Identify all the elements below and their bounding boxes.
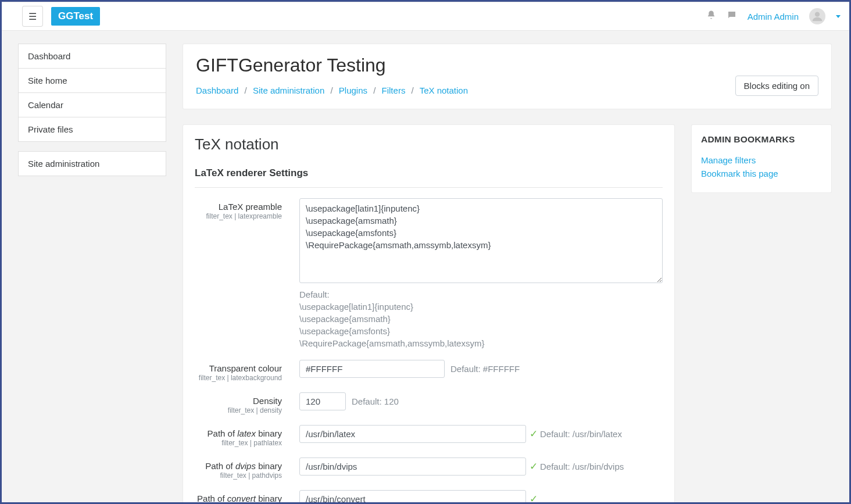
row-transparent-colour: Transparent colour filter_tex | latexbac…: [195, 360, 663, 382]
check-icon: ✓: [530, 493, 538, 502]
input-path-latex[interactable]: [299, 425, 526, 443]
breadcrumb-site-admin[interactable]: Site administration: [253, 85, 324, 95]
chat-icon[interactable]: [727, 10, 737, 23]
hamburger-icon: ☰: [28, 11, 37, 22]
breadcrumb-dashboard[interactable]: Dashboard: [196, 85, 238, 95]
link-manage-filters[interactable]: Manage filters: [701, 155, 822, 165]
input-path-convert[interactable]: [299, 490, 526, 502]
input-transparent-colour[interactable]: [299, 360, 445, 378]
label-path-latex: Path of latex binary: [195, 428, 282, 438]
sidebar-item-site-home[interactable]: Site home: [19, 69, 166, 93]
sidebar-group-main: Dashboard Site home Calendar Private fil…: [18, 44, 166, 142]
page-title: GIFTGenerator Testing: [196, 55, 468, 76]
bell-icon[interactable]: [706, 10, 716, 23]
row-density: Density filter_tex | density Default: 12…: [195, 392, 663, 414]
label-density: Density: [195, 396, 282, 406]
breadcrumb-filters[interactable]: Filters: [382, 85, 406, 95]
row-path-convert: Path of convert binary filter_tex | path…: [195, 490, 663, 502]
nav-toggle-button[interactable]: ☰: [22, 6, 43, 27]
row-path-dvips: Path of dvips binary filter_tex | pathdv…: [195, 457, 663, 480]
avatar[interactable]: [809, 8, 825, 24]
sidebar-group-admin: Site administration: [18, 151, 166, 176]
admin-bookmarks-card: ADMIN BOOKMARKS Manage filters Bookmark …: [691, 124, 832, 193]
sidebar: Dashboard Site home Calendar Private fil…: [18, 32, 166, 197]
blocks-editing-button[interactable]: Blocks editing on: [735, 76, 818, 96]
check-icon: ✓: [530, 428, 538, 440]
user-menu-name[interactable]: Admin Admin: [748, 12, 799, 22]
input-density[interactable]: [299, 392, 346, 410]
label-transparent-colour: Transparent colour: [195, 363, 282, 373]
topbar: ☰ GGTest Admin Admin: [2, 2, 849, 31]
breadcrumb-tex[interactable]: TeX notation: [420, 85, 468, 95]
sidebar-item-private-files[interactable]: Private files: [19, 117, 166, 141]
settings-card: TeX notation LaTeX renderer Settings LaT…: [183, 124, 675, 502]
key-path-dvips: filter_tex | pathdvips: [195, 471, 282, 480]
check-icon: ✓: [530, 460, 538, 473]
default-transparent-colour: Default: #FFFFFF: [450, 364, 520, 374]
default-density: Default: 120: [352, 396, 399, 406]
label-latex-preamble: LaTeX preamble: [195, 202, 282, 212]
key-transparent-colour: filter_tex | latexbackground: [195, 374, 282, 382]
settings-section-title: LaTeX renderer Settings: [195, 167, 663, 181]
brand-logo[interactable]: GGTest: [51, 7, 100, 26]
label-path-convert: Path of convert binary: [195, 494, 282, 502]
sidebar-item-dashboard[interactable]: Dashboard: [19, 44, 166, 69]
admin-bookmarks-title: ADMIN BOOKMARKS: [701, 134, 822, 145]
row-path-latex: Path of latex binary filter_tex | pathla…: [195, 425, 663, 447]
breadcrumb: Dashboard / Site administration / Plugin…: [196, 85, 468, 95]
page-header: GIFTGenerator Testing Dashboard / Site a…: [183, 44, 832, 109]
input-path-dvips[interactable]: [299, 457, 526, 476]
link-bookmark-page[interactable]: Bookmark this page: [701, 169, 822, 178]
input-latex-preamble[interactable]: [299, 198, 663, 283]
key-path-latex: filter_tex | pathlatex: [195, 439, 282, 447]
label-path-dvips: Path of dvips binary: [195, 461, 282, 471]
default-path-dvips: Default: /usr/bin/dvips: [540, 462, 624, 471]
default-latex-preamble: Default: \usepackage[latin1]{inputenc} \…: [299, 288, 663, 349]
chevron-down-icon[interactable]: [836, 15, 841, 18]
key-latex-preamble: filter_tex | latexpreamble: [195, 212, 282, 220]
breadcrumb-plugins[interactable]: Plugins: [339, 85, 367, 95]
sidebar-item-site-administration[interactable]: Site administration: [19, 152, 166, 176]
sidebar-item-calendar[interactable]: Calendar: [19, 93, 166, 117]
svg-point-0: [815, 12, 820, 17]
row-latex-preamble: LaTeX preamble filter_tex | latexpreambl…: [195, 198, 663, 349]
default-path-latex: Default: /usr/bin/latex: [540, 429, 622, 439]
settings-title: TeX notation: [195, 135, 663, 153]
key-density: filter_tex | density: [195, 406, 282, 414]
